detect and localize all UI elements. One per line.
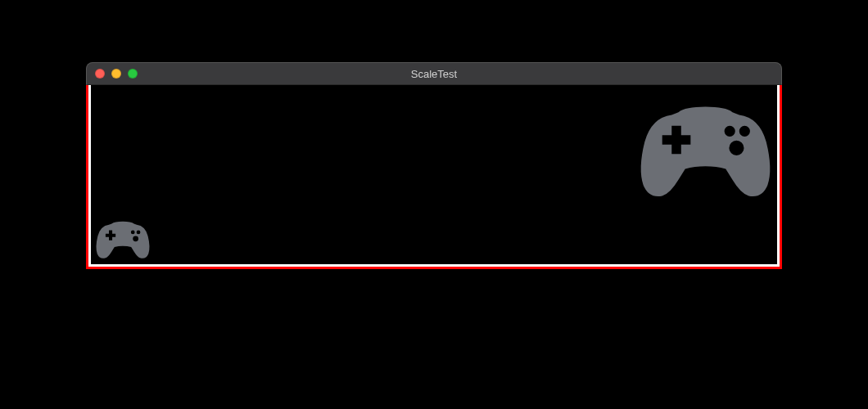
game-controller-icon (638, 101, 773, 199)
titlebar[interactable]: ScaleTest (86, 62, 782, 85)
maximize-button[interactable] (128, 69, 138, 79)
game-controller-icon (95, 219, 151, 259)
app-window: ScaleTest (86, 62, 782, 269)
inner-border-left (88, 85, 91, 267)
window-content (86, 85, 782, 269)
content-canvas (88, 85, 780, 267)
close-button[interactable] (95, 69, 105, 79)
game-controller-icon-small (95, 219, 151, 260)
window-title: ScaleTest (87, 68, 781, 80)
inner-border-right (777, 85, 780, 267)
game-controller-icon-large (638, 101, 773, 200)
inner-border-bottom (88, 264, 780, 267)
window-controls (95, 69, 138, 79)
minimize-button[interactable] (111, 69, 121, 79)
